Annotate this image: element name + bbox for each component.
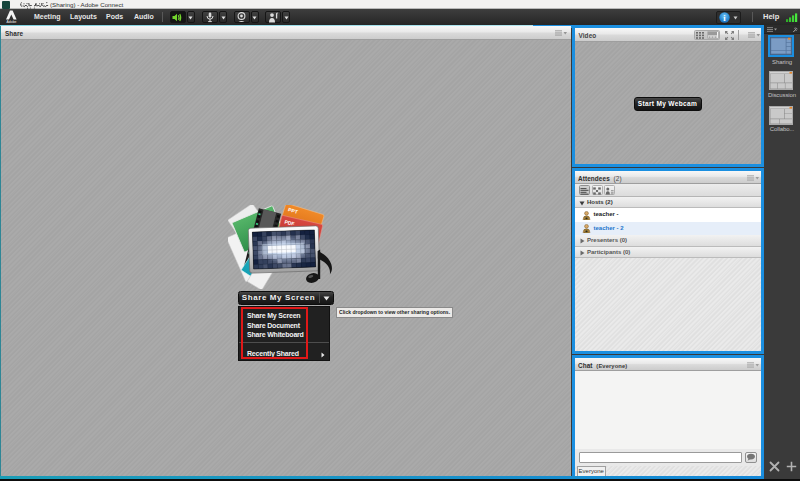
svg-text:Adobe: Adobe bbox=[7, 20, 17, 24]
